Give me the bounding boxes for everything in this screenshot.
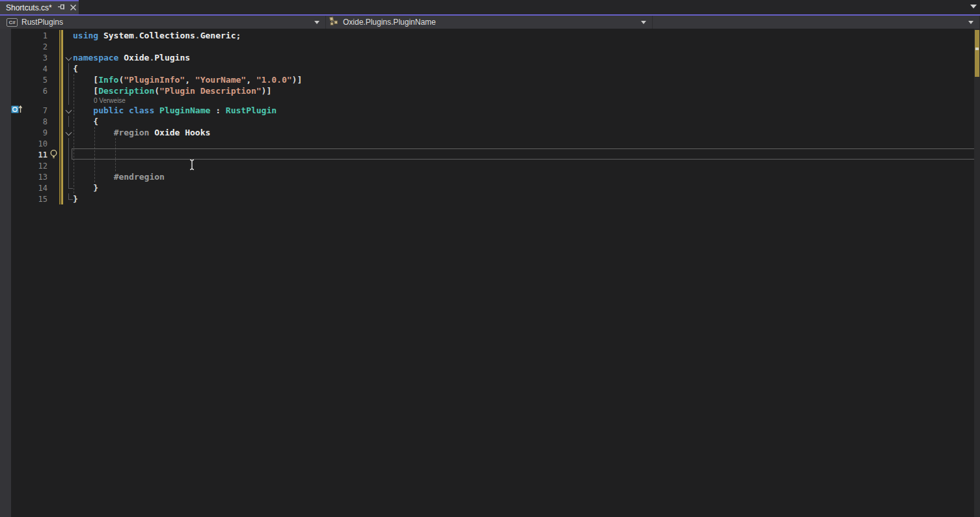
outline-guide xyxy=(65,149,73,160)
collapse-chevron-icon[interactable] xyxy=(65,52,73,63)
collapse-chevron-icon[interactable] xyxy=(65,105,73,116)
code-line[interactable]: 5 [Info("PluginInfo", "YourName", "1.0.0… xyxy=(0,74,980,85)
line-number[interactable]: 11 xyxy=(0,150,48,160)
line-number[interactable]: 15 xyxy=(0,195,48,204)
collapse-chevron-icon[interactable] xyxy=(65,127,73,138)
code-text: } xyxy=(73,193,78,204)
line-number[interactable]: 14 xyxy=(0,184,48,193)
code-text: } xyxy=(73,182,98,193)
chevron-down-icon xyxy=(641,21,646,24)
outline-guide xyxy=(65,182,73,193)
outline-guide xyxy=(65,171,73,182)
code-line[interactable]: 12 xyxy=(0,160,980,171)
code-line[interactable]: 3namespace Oxide.Plugins xyxy=(0,52,980,63)
scrollbar-caret-marker xyxy=(975,48,979,50)
token-k: namespace xyxy=(73,53,124,63)
pin-icon[interactable] xyxy=(57,2,66,14)
outline-guide xyxy=(65,193,73,204)
token-p: [ xyxy=(73,86,98,96)
outline-guide xyxy=(65,63,73,74)
tab-shortcuts-cs[interactable]: Shortcuts.cs* xyxy=(0,0,79,14)
token-k: using xyxy=(73,31,103,40)
navigation-bar: C# RustPlugins Oxide.Plugins.PluginName xyxy=(0,16,980,29)
token-p: { xyxy=(73,64,78,74)
chevron-down-icon xyxy=(314,21,320,24)
token-b: Oxide Hooks xyxy=(154,128,210,137)
inheritance-margin-icon[interactable] xyxy=(11,105,22,117)
code-line[interactable]: 15} xyxy=(0,193,980,204)
line-number[interactable]: 6 xyxy=(0,87,48,96)
token-b: Collections xyxy=(139,31,195,40)
scrollbar-change-marker xyxy=(975,30,979,77)
line-number[interactable]: 1 xyxy=(0,31,48,40)
line-number[interactable]: 12 xyxy=(0,161,48,171)
code-text: [Description("Plugin Description")] xyxy=(73,85,271,96)
code-line[interactable]: 11 xyxy=(0,149,980,160)
token-s: "Plugin Description" xyxy=(159,86,262,96)
close-icon[interactable] xyxy=(70,2,77,14)
line-number[interactable]: 5 xyxy=(0,76,48,85)
outline-guide xyxy=(65,85,73,96)
vertical-scrollbar[interactable] xyxy=(974,29,980,517)
code-text: #endregion xyxy=(73,171,165,182)
tab-title: Shortcuts.cs* xyxy=(6,3,52,12)
code-line[interactable]: 14 } xyxy=(0,182,980,193)
token-s: "1.0.0" xyxy=(256,75,292,85)
code-line[interactable]: 13 #endregion xyxy=(0,171,980,182)
csharp-project-icon: C# xyxy=(7,18,18,27)
codelens-references[interactable]: 0 Verweise xyxy=(94,97,126,104)
line-number[interactable]: 9 xyxy=(0,128,48,137)
tab-bar: Shortcuts.cs* xyxy=(0,0,980,14)
token-p xyxy=(73,128,114,137)
code-line[interactable]: 9 #region Oxide Hooks xyxy=(0,127,980,138)
line-number[interactable]: 3 xyxy=(0,53,48,63)
token-pre: #region xyxy=(114,128,155,137)
code-line[interactable]: 7 public class PluginName : RustPlugin xyxy=(0,105,980,116)
token-p: [ xyxy=(73,75,98,85)
member-dropdown[interactable] xyxy=(653,16,980,29)
token-p: , xyxy=(246,75,256,85)
token-t: RustPlugin xyxy=(226,105,277,115)
token-s: "PluginInfo" xyxy=(124,75,185,85)
outline-guide xyxy=(65,96,73,105)
token-d: . xyxy=(134,31,139,40)
code-line[interactable]: 6 [Description("Plugin Description")] xyxy=(0,85,980,96)
token-p: , xyxy=(185,75,195,85)
token-b: Plugins xyxy=(154,53,190,63)
code-line[interactable]: 10 xyxy=(0,138,980,149)
token-p: )] xyxy=(292,75,303,85)
code-line[interactable]: 1using System.Collections.Generic; xyxy=(0,30,980,41)
token-p xyxy=(73,172,114,182)
line-number[interactable]: 4 xyxy=(0,64,48,74)
code-editor[interactable]: 1using System.Collections.Generic;23name… xyxy=(0,29,980,517)
code-lines: 1using System.Collections.Generic;23name… xyxy=(0,30,980,204)
tab-well-overflow-icon[interactable] xyxy=(970,5,977,8)
code-text: { xyxy=(73,116,98,127)
type-dropdown[interactable]: Oxide.Plugins.PluginName xyxy=(326,16,653,29)
outline-guide xyxy=(65,138,73,149)
token-b: Oxide xyxy=(124,53,149,63)
token-p: { xyxy=(73,117,98,126)
code-text: [Info("PluginInfo", "YourName", "1.0.0")… xyxy=(73,74,302,85)
code-line[interactable]: 2 xyxy=(0,41,980,52)
token-t: PluginName xyxy=(159,105,210,115)
line-number[interactable]: 13 xyxy=(0,173,48,182)
token-t: Description xyxy=(98,86,154,96)
token-s: "YourName" xyxy=(195,75,246,85)
code-text: #region Oxide Hooks xyxy=(73,127,210,138)
token-p: )] xyxy=(262,86,272,96)
line-number[interactable]: 2 xyxy=(0,42,48,51)
codelens-row: 0 Verweise xyxy=(0,96,980,105)
code-line[interactable]: 4{ xyxy=(0,63,980,74)
line-number[interactable]: 7 xyxy=(0,106,48,115)
project-dropdown[interactable]: C# RustPlugins xyxy=(0,16,326,29)
code-text: using System.Collections.Generic; xyxy=(73,30,241,41)
token-k: public class xyxy=(93,105,159,115)
lightbulb-icon[interactable] xyxy=(49,149,58,162)
line-number[interactable]: 10 xyxy=(0,139,48,148)
token-b: Generic xyxy=(200,31,236,40)
outline-guide xyxy=(65,74,73,85)
code-line[interactable]: 8 { xyxy=(0,116,980,127)
line-number[interactable]: 8 xyxy=(0,117,48,126)
token-pre: #endregion xyxy=(114,172,165,182)
